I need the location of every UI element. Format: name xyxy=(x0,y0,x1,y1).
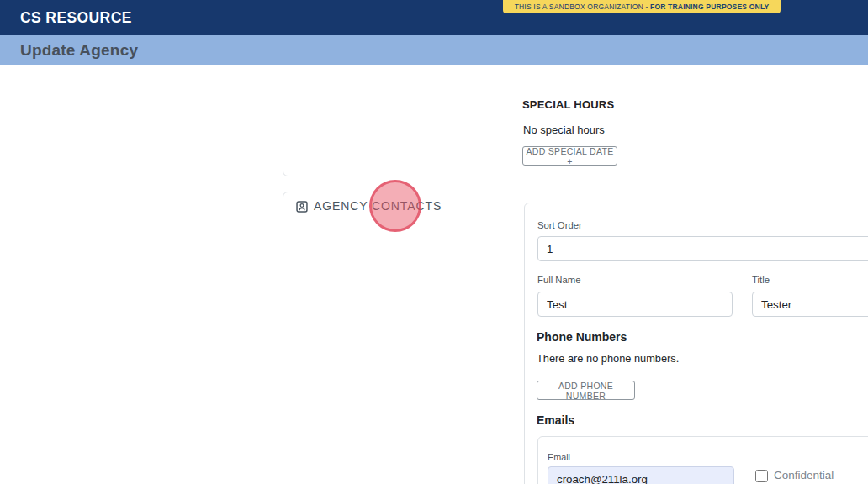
page-title: Update Agency xyxy=(20,35,138,65)
email-card: Email Confidential xyxy=(537,436,868,484)
email-input[interactable] xyxy=(548,466,734,484)
phone-numbers-heading: Phone Numbers xyxy=(537,330,627,344)
contact-card: Sort Order Full Name Title Phone Numbers… xyxy=(524,203,868,484)
sort-order-input[interactable] xyxy=(537,236,868,261)
sandbox-warning-bold-text: FOR TRAINING PURPOSES ONLY xyxy=(650,3,769,11)
sort-order-label: Sort Order xyxy=(537,220,582,230)
person-badge-icon xyxy=(296,201,308,213)
page-header: Update Agency xyxy=(0,35,868,65)
special-hours-heading: SPECIAL HOURS xyxy=(522,98,614,111)
title-label: Title xyxy=(752,275,770,285)
full-name-input[interactable] xyxy=(537,292,733,317)
confidential-label: Confidential xyxy=(774,469,834,481)
add-phone-number-button[interactable]: ADD PHONE NUMBER xyxy=(537,381,635,400)
full-name-label: Full Name xyxy=(537,275,580,285)
page: CS RESOURCE THIS IS A SANDBOX ORGANIZATI… xyxy=(0,0,868,484)
phone-numbers-empty-text: There are no phone numbers. xyxy=(537,352,679,365)
confidential-checkbox[interactable] xyxy=(755,470,768,482)
click-indicator-circle xyxy=(369,180,421,232)
title-input[interactable] xyxy=(752,292,868,317)
agency-contacts-card: AGENCY CONTACTS Sort Order Full Name Tit… xyxy=(283,192,868,484)
app-brand[interactable]: CS RESOURCE xyxy=(20,0,132,35)
emails-heading: Emails xyxy=(537,413,574,427)
add-special-date-button[interactable]: ADD SPECIAL DATE + xyxy=(522,146,617,166)
email-label: Email xyxy=(548,452,570,462)
sandbox-warning-text: THIS IS A SANDBOX ORGANIZATION - xyxy=(515,3,650,11)
sandbox-warning-banner: THIS IS A SANDBOX ORGANIZATION - FOR TRA… xyxy=(503,0,781,13)
special-hours-empty-text: No special hours xyxy=(523,124,605,136)
